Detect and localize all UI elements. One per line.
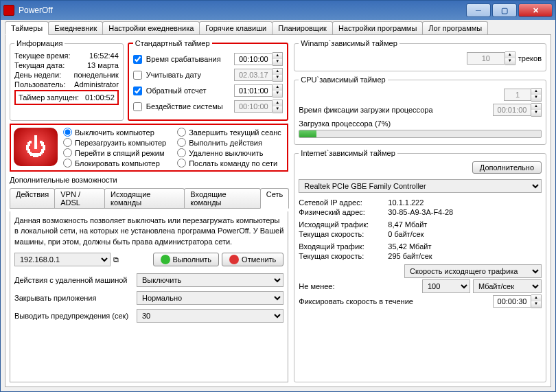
winamp-tracks-input[interactable] <box>467 52 505 65</box>
power-action-box: Выключить компьютер Перезагрузить компью… <box>10 124 288 172</box>
main-tabs: ТаймерыЕжедневникНастройки ежедневникаГо… <box>5 21 551 35</box>
action-radio-6[interactable]: Удаленно выключить <box>177 148 281 157</box>
std-timer-fieldset: Стандартный таймер Время срабатывания▲▼У… <box>128 39 289 121</box>
cpu-progress <box>299 130 542 138</box>
subtab-3[interactable]: Входящие команды <box>184 188 261 208</box>
std-value-3[interactable] <box>234 100 273 113</box>
tab-1[interactable]: Ежедневник <box>48 21 103 34</box>
app-window: PowerOff ─ ▢ ✕ ТаймерыЕжедневникНастройк… <box>0 0 556 392</box>
tab-0[interactable]: Таймеры <box>5 21 49 35</box>
std-check-3[interactable] <box>133 102 142 111</box>
net-panel: Данная возможность позволяет выключать и… <box>10 211 288 382</box>
subtab-1[interactable]: VPN / ADSL <box>54 188 105 208</box>
std-check-1[interactable] <box>133 71 142 80</box>
action-radio-3[interactable]: Блокировать компьютер <box>63 159 166 168</box>
tab-3[interactable]: Горячие клавиши <box>199 21 273 34</box>
unit-select[interactable]: Мбайт/сек <box>473 279 542 293</box>
copy-icon[interactable]: ⧉ <box>113 255 119 264</box>
action-radio-2[interactable]: Перейти в спящий режим <box>63 148 166 157</box>
ip-select[interactable]: 192.168.0.1 <box>14 253 111 266</box>
net-opt-0[interactable]: Выключить <box>137 273 283 287</box>
net-opt-1[interactable]: Нормально <box>137 291 283 305</box>
cpu-fieldset: CPU`зависимый таймер ▲▼ Время фиксации з… <box>294 76 546 145</box>
action-radio-1[interactable]: Перезагрузить компьютер <box>63 138 166 147</box>
adapter-select[interactable]: Realtek PCIe GBE Family Controller <box>299 179 542 193</box>
maximize-button[interactable]: ▢ <box>492 3 517 17</box>
close-button[interactable]: ✕ <box>518 3 553 17</box>
cpu-threshold-input[interactable] <box>504 89 531 101</box>
subtab-2[interactable]: Исходящие команды <box>104 188 185 208</box>
internet-fieldset: Internet`зависимый таймер Дополнительно … <box>294 149 546 382</box>
subtab-4[interactable]: Сеть <box>260 188 289 209</box>
std-value-2[interactable] <box>234 84 273 97</box>
sub-tabs: ДействияVPN / ADSLИсходящие командыВходя… <box>10 188 288 209</box>
net-opt-2[interactable]: 30 <box>137 309 283 323</box>
info-fieldset: Информация Текущее время:16:52:44Текущая… <box>10 39 124 121</box>
cpu-fix-time-input[interactable] <box>493 104 531 116</box>
minimize-button[interactable]: ─ <box>466 3 491 17</box>
action-radio-4[interactable]: Завершить текущий сеанс <box>177 128 281 137</box>
tab-5[interactable]: Настройки программы <box>332 21 423 34</box>
app-icon <box>3 5 14 16</box>
power-icon[interactable] <box>14 128 58 166</box>
tab-6[interactable]: Лог программы <box>422 21 488 34</box>
more-button[interactable]: Дополнительно <box>472 161 542 174</box>
std-check-0[interactable] <box>133 55 142 64</box>
tab-2[interactable]: Настройки ежедневника <box>102 21 200 34</box>
action-radio-7[interactable]: Послать команду по сети <box>177 159 281 168</box>
execute-button[interactable]: Выполнить <box>153 253 219 266</box>
timer-started-row: Таймер запущен: 01:00:52 <box>14 90 119 105</box>
cancel-button[interactable]: Отменить <box>222 253 283 266</box>
window-title: PowerOff <box>19 5 466 15</box>
action-radio-0[interactable]: Выключить компьютер <box>63 128 166 137</box>
titlebar: PowerOff ─ ▢ ✕ <box>1 1 555 20</box>
std-check-2[interactable] <box>133 87 142 95</box>
action-radio-5[interactable]: Выполнить действия <box>177 138 281 147</box>
extra-label: Дополнительные возможности <box>10 176 288 184</box>
subtab-0[interactable]: Действия <box>10 188 55 208</box>
tab-4[interactable]: Планировщик <box>272 21 333 34</box>
winamp-fieldset: Winamp`зависимый таймер ▲▼ треков <box>294 39 546 71</box>
speed-type-select[interactable]: Скорость исходящего трафика <box>404 264 542 278</box>
min-value-select[interactable]: 100 <box>422 279 470 293</box>
internet-fix-time-input[interactable] <box>493 295 531 308</box>
std-value-0[interactable] <box>234 53 273 65</box>
std-value-1[interactable] <box>234 69 273 81</box>
